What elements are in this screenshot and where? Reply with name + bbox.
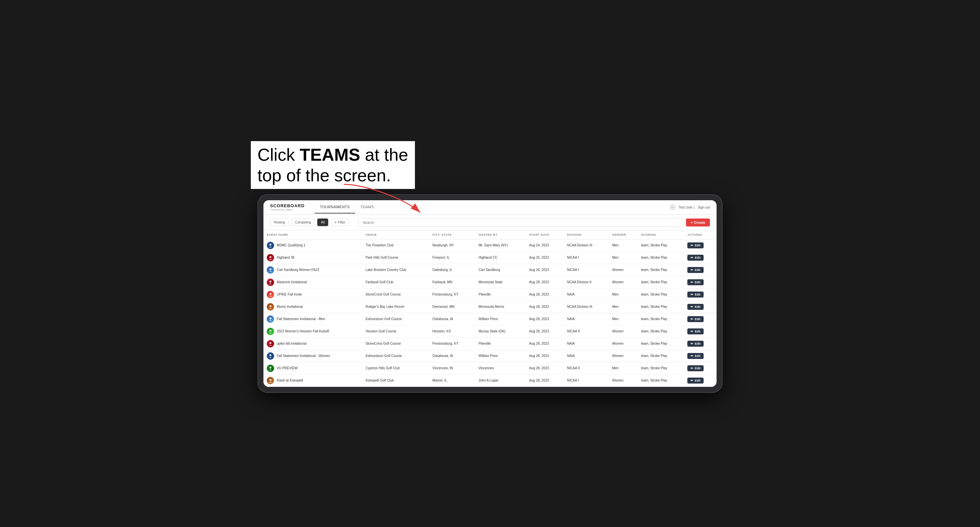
cell-gender: Men bbox=[609, 251, 638, 264]
edit-button-7[interactable]: ✏ Edit bbox=[687, 316, 703, 322]
cell-start-date: Aug 28, 2023 bbox=[526, 288, 564, 300]
cell-venue: Ruttger's Bay Lake Resort bbox=[362, 300, 429, 313]
event-name-text: MSMC Qualifying 1 bbox=[277, 243, 305, 247]
pencil-icon: ✏ bbox=[690, 281, 693, 284]
cell-actions: ✏ Edit bbox=[684, 337, 717, 350]
edit-button-9[interactable]: ✏ Edit bbox=[687, 341, 703, 347]
tab-teams[interactable]: TEAMS bbox=[355, 201, 379, 214]
edit-button-6[interactable]: ✏ Edit bbox=[687, 304, 703, 310]
team-logo bbox=[267, 316, 274, 323]
table-row: UPIKE Fall Invite StoneCrest Golf Course… bbox=[263, 288, 717, 300]
filter-label: Filter bbox=[338, 221, 345, 224]
table-row: Carl Sandburg Women FA23 Lake Bracken Co… bbox=[263, 264, 717, 276]
col-gender: GENDER bbox=[609, 230, 638, 240]
edit-button-3[interactable]: ✏ Edit bbox=[687, 267, 703, 273]
competing-button[interactable]: Competing bbox=[291, 219, 315, 226]
settings-icon[interactable]: ⚙ bbox=[670, 205, 675, 210]
cell-gender: Men bbox=[609, 313, 638, 325]
table-row: Highland 36 Park Hills Golf Course Freep… bbox=[263, 251, 717, 264]
edit-button-5[interactable]: ✏ Edit bbox=[687, 292, 703, 298]
cell-scoring: team, Stroke Play bbox=[638, 300, 684, 313]
cell-city-state: Galesburg, IL bbox=[429, 264, 476, 276]
hosting-button[interactable]: Hosting bbox=[270, 219, 289, 226]
edit-button-11[interactable]: ✏ Edit bbox=[687, 365, 703, 371]
cell-event-name: UPIKE Fall Invite bbox=[263, 288, 362, 300]
nav-logo-title: SCOREBOARD bbox=[270, 203, 305, 208]
col-actions: ACTIONS bbox=[684, 230, 717, 240]
cell-actions: ✏ Edit bbox=[684, 288, 717, 300]
cell-city-state: Vincennes, IN bbox=[429, 362, 476, 374]
team-logo bbox=[267, 242, 274, 249]
table-header-row: EVENT NAME VENUE CITY, STATE HOSTED BY S… bbox=[263, 230, 717, 240]
pencil-icon: ✏ bbox=[690, 330, 693, 333]
pencil-icon: ✏ bbox=[690, 379, 693, 382]
edit-button-12[interactable]: ✏ Edit bbox=[687, 378, 703, 384]
nav-right: ⚙ Test User | Sign out bbox=[670, 205, 710, 210]
edit-button-8[interactable]: ✏ Edit bbox=[687, 329, 703, 334]
cell-city-state: Oskaloosa, IA bbox=[429, 313, 476, 325]
cell-gender: Women bbox=[609, 350, 638, 362]
pencil-icon: ✏ bbox=[690, 367, 693, 370]
cell-scoring: team, Stroke Play bbox=[638, 313, 684, 325]
cell-hosted-by: Murray State (OK) bbox=[476, 325, 526, 337]
annotation-bold: TEAMS bbox=[300, 145, 360, 164]
edit-button-1[interactable]: ✏ Edit bbox=[687, 243, 703, 248]
svg-point-3 bbox=[269, 268, 271, 270]
team-logo bbox=[267, 365, 274, 372]
create-button[interactable]: + Create bbox=[686, 219, 710, 227]
cell-hosted-by: Pikeville bbox=[476, 337, 526, 350]
cell-actions: ✏ Edit bbox=[684, 362, 717, 374]
team-logo bbox=[267, 377, 274, 384]
event-name-text: VU PREVIEW bbox=[277, 366, 298, 370]
cell-division: NCAA Division III bbox=[564, 239, 609, 251]
edit-button-4[interactable]: ✏ Edit bbox=[687, 279, 703, 285]
cell-start-date: Aug 28, 2023 bbox=[526, 374, 564, 387]
svg-point-8 bbox=[269, 330, 271, 332]
cell-event-name: Fall Statesmen Invitational - Men bbox=[263, 313, 362, 325]
cell-scoring: team, Stroke Play bbox=[638, 337, 684, 350]
team-logo bbox=[267, 266, 274, 274]
search-wrapper bbox=[358, 218, 683, 227]
cell-event-name: Highland 36 bbox=[263, 251, 362, 264]
cell-hosted-by: John A Logan bbox=[476, 374, 526, 387]
filter-button[interactable]: ≡ Filter bbox=[331, 219, 349, 226]
cell-venue: Edmundson Golf Course bbox=[362, 313, 429, 325]
cell-gender: Men bbox=[609, 239, 638, 251]
nav-tabs: TOURNAMENTS TEAMS bbox=[315, 201, 670, 214]
cell-hosted-by: Mt. Saint Mary (NY) bbox=[476, 239, 526, 251]
tab-tournaments[interactable]: TOURNAMENTS bbox=[315, 201, 355, 214]
edit-button-2[interactable]: ✏ Edit bbox=[687, 255, 703, 261]
cell-event-name: MSMC Qualifying 1 bbox=[263, 239, 362, 251]
cell-gender: Men bbox=[609, 362, 638, 374]
team-logo bbox=[267, 352, 274, 360]
cell-start-date: Aug 28, 2023 bbox=[526, 350, 564, 362]
cell-start-date: Aug 24, 2023 bbox=[526, 239, 564, 251]
cell-gender: Women bbox=[609, 325, 638, 337]
cell-start-date: Aug 28, 2023 bbox=[526, 276, 564, 288]
cell-event-name: Fall Statesmen Invitational - Women bbox=[263, 350, 362, 362]
nav-logo: SCOREBOARD Powered by Clippit bbox=[270, 203, 305, 211]
edit-button-10[interactable]: ✏ Edit bbox=[687, 353, 703, 359]
event-name-text: 2023 Women's Hesston Fall Kickoff bbox=[277, 329, 329, 333]
cell-city-state: Faribault, MN bbox=[429, 276, 476, 288]
cell-start-date: Aug 28, 2023 bbox=[526, 313, 564, 325]
tablet-screen: SCOREBOARD Powered by Clippit TOURNAMENT… bbox=[263, 200, 717, 387]
filter-icon: ≡ bbox=[334, 221, 337, 224]
cell-division: NICAA I bbox=[564, 264, 609, 276]
all-button[interactable]: All bbox=[317, 219, 328, 226]
cell-gender: Women bbox=[609, 276, 638, 288]
cell-scoring: team, Stroke Play bbox=[638, 325, 684, 337]
search-input[interactable] bbox=[358, 218, 683, 227]
table-row: Klash at Kokopelli Kokopelli Golf Club M… bbox=[263, 374, 717, 387]
nav-logo-sub: Powered by Clippit bbox=[270, 208, 305, 211]
sign-out-link[interactable]: Sign out bbox=[698, 206, 710, 209]
cell-division: NICAA I bbox=[564, 374, 609, 387]
cell-event-name: VU PREVIEW bbox=[263, 362, 362, 374]
pencil-icon: ✏ bbox=[690, 293, 693, 296]
table-row: Fall Statesmen Invitational - Men Edmund… bbox=[263, 313, 717, 325]
event-name-text: Fall Statesmen Invitational - Women bbox=[277, 354, 330, 358]
team-logo bbox=[267, 328, 274, 335]
cell-scoring: team, Stroke Play bbox=[638, 350, 684, 362]
cell-division: NAIA bbox=[564, 350, 609, 362]
pencil-icon: ✏ bbox=[690, 317, 693, 321]
